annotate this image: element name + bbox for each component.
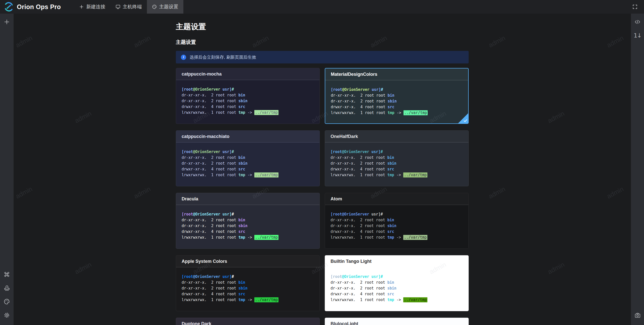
terminal-line: lrwxrwxrwx. 1 root root tmp -> ../var/tm… (331, 110, 463, 116)
left-sidebar (0, 14, 14, 325)
theme-card-header: BlulocoLight (325, 318, 468, 325)
terminal-line: dr-xr-xr-x. 2 root root sbin (182, 223, 314, 229)
tab-host-terminal[interactable]: 主机终端 (110, 0, 147, 14)
theme-card-header: Builtin Tango Light (325, 256, 468, 267)
theme-grid: catppuccin-mocha [root@OrionServer usr]#… (176, 68, 469, 325)
theme-card-header: OneHalfDark (325, 131, 468, 142)
camera-icon[interactable] (632, 309, 643, 321)
section-title: 主题设置 (176, 39, 469, 45)
theme-card[interactable]: Duotone Dark [root@OrionServer usr]#dr-x… (176, 318, 320, 325)
terminal-line: drwxr-xr-x. 4 root root src (331, 104, 463, 110)
terminal-line: dr-xr-xr-x. 2 root root bin (331, 155, 463, 161)
theme-card-header: Apple System Colors (176, 256, 319, 267)
terminal-line: dr-xr-xr-x. 2 root root bin (182, 280, 314, 285)
terminal-line: dr-xr-xr-x. 2 root root bin (182, 155, 314, 161)
terminal-prompt-line: [root@OrionServer usr]# (182, 87, 314, 92)
theme-card[interactable]: MaterialDesignColors [root@OrionServer u… (325, 68, 469, 124)
terminal-prompt-line: [root@OrionServer usr]# (331, 149, 463, 155)
theme-card[interactable]: catppuccin-macchiato [root@OrionServer u… (176, 130, 320, 186)
fullscreen-icon[interactable] (630, 2, 640, 12)
terminal-line: lrwxrwxrwx. 1 root root tmp -> ../var/tm… (331, 235, 463, 240)
banner-text: 选择后会立刻保存, 刷新页面后生效 (190, 54, 256, 60)
terminal-line: dr-xr-xr-x. 2 root root sbin (182, 98, 314, 104)
theme-name: Dracula (182, 196, 198, 202)
theme-name: Apple System Colors (182, 259, 227, 264)
terminal-prompt-line: [root@OrionServer usr]# (182, 274, 314, 280)
terminal-prompt-line: [root@OrionServer usr]# (182, 211, 314, 217)
tab-new-connection[interactable]: 新建连接 (74, 0, 110, 14)
terminal-line: dr-xr-xr-x. 2 root root sbin (182, 285, 314, 291)
terminal-line: dr-xr-xr-x. 2 root root bin (331, 93, 463, 98)
terminal-line: drwxr-xr-x. 4 root root src (331, 229, 463, 235)
terminal-line: lrwxrwxrwx. 1 root root tmp -> ../var/tm… (182, 297, 314, 303)
terminal-prompt-line: [root@OrionServer usr]# (331, 87, 463, 93)
tab-label: 新建连接 (86, 4, 105, 10)
terminal-line: dr-xr-xr-x. 2 root root bin (182, 217, 314, 223)
terminal-line: lrwxrwxrwx. 1 root root tmp -> ../var/tm… (331, 172, 463, 178)
tab-theme-settings[interactable]: 主题设置 (147, 0, 183, 14)
terminal-line: drwxr-xr-x. 4 root root src (182, 229, 314, 235)
brand[interactable]: Orion Ops Pro (0, 0, 65, 14)
nav-tabs: 新建连接 主机终端 主题设置 (74, 0, 183, 14)
theme-name: catppuccin-mocha (182, 71, 222, 77)
brand-title: Orion Ops Pro (17, 3, 61, 11)
stamp-icon[interactable] (2, 282, 12, 294)
terminal-line: dr-xr-xr-x. 2 root root bin (331, 217, 463, 223)
theme-name: OneHalfDark (331, 134, 358, 139)
code-icon[interactable] (632, 16, 643, 28)
theme-card[interactable]: Apple System Colors [root@OrionServer us… (176, 255, 320, 311)
theme-card[interactable]: Atom [root@OrionServer usr]#dr-xr-xr-x. … (325, 193, 469, 249)
terminal-prompt-line: [root@OrionServer usr]# (331, 211, 463, 217)
theme-name: BlulocoLight (331, 321, 358, 325)
terminal-line: lrwxrwxrwx. 1 root root tmp -> ../var/tm… (182, 235, 314, 240)
app-logo-icon (4, 2, 14, 12)
theme-name: catppuccin-macchiato (182, 134, 229, 139)
navbar: Orion Ops Pro 新建连接 主机终端 (0, 0, 644, 14)
theme-card[interactable]: Builtin Tango Light [root@OrionServer us… (325, 255, 469, 311)
theme-card-header: Dracula (176, 193, 319, 205)
theme-card-header: Duotone Dark (176, 318, 319, 325)
theme-card[interactable]: OneHalfDark [root@OrionServer usr]#dr-xr… (325, 130, 469, 186)
terminal-preview: [root@OrionServer usr]#dr-xr-xr-x. 2 roo… (325, 142, 468, 185)
check-icon (463, 118, 468, 123)
theme-name: Duotone Dark (182, 321, 211, 325)
palette-icon[interactable] (2, 296, 12, 307)
command-icon[interactable] (2, 269, 12, 280)
terminal-line: drwxr-xr-x. 4 root root src (182, 104, 314, 110)
theme-name: Atom (331, 196, 342, 202)
terminal-line: dr-xr-xr-x. 2 root root sbin (331, 98, 463, 104)
numeric-sort-icon[interactable]: 1↓ (632, 30, 643, 41)
theme-card-header: catppuccin-mocha (176, 68, 319, 80)
terminal-line: lrwxrwxrwx. 1 root root tmp -> ../var/tm… (182, 172, 314, 178)
terminal-line: drwxr-xr-x. 4 root root src (182, 166, 314, 172)
terminal-line: dr-xr-xr-x. 2 root root sbin (331, 161, 463, 166)
main-content: 主题设置 主题设置 i 选择后会立刻保存, 刷新页面后生效 catppuccin… (14, 14, 631, 325)
add-connection-icon[interactable] (2, 16, 12, 28)
terminal-line: dr-xr-xr-x. 2 root root bin (182, 92, 314, 98)
plus-icon (79, 4, 84, 9)
tab-label: 主题设置 (159, 4, 178, 10)
info-banner: i 选择后会立刻保存, 刷新页面后生效 (176, 51, 469, 63)
info-icon: i (181, 55, 186, 60)
theme-name: MaterialDesignColors (331, 72, 377, 77)
monitor-icon (115, 4, 120, 9)
terminal-line: dr-xr-xr-x. 2 root root sbin (331, 285, 463, 291)
terminal-line: dr-xr-xr-x. 2 root root sbin (331, 223, 463, 229)
terminal-line: drwxr-xr-x. 4 root root src (331, 166, 463, 172)
tab-label: 主机终端 (123, 4, 142, 10)
terminal-line: lrwxrwxrwx. 1 root root tmp -> ../var/tm… (331, 297, 463, 303)
gear-icon[interactable] (2, 309, 12, 321)
theme-card[interactable]: catppuccin-mocha [root@OrionServer usr]#… (176, 68, 320, 124)
theme-name: Builtin Tango Light (331, 259, 372, 264)
theme-card[interactable]: Dracula [root@OrionServer usr]#dr-xr-xr-… (176, 193, 320, 249)
terminal-preview: [root@OrionServer usr]#dr-xr-xr-x. 2 roo… (176, 205, 319, 247)
terminal-preview: [root@OrionServer usr]#dr-xr-xr-x. 2 roo… (176, 80, 319, 122)
terminal-line: lrwxrwxrwx. 1 root root tmp -> ../var/tm… (182, 110, 314, 116)
theme-card-header: Atom (325, 193, 468, 205)
theme-card[interactable]: BlulocoLight [root@OrionServer usr]#dr-x… (325, 318, 469, 325)
terminal-preview: [root@OrionServer usr]#dr-xr-xr-x. 2 roo… (325, 205, 468, 247)
terminal-prompt-line: [root@OrionServer usr]# (331, 274, 463, 280)
palette-icon (152, 4, 157, 9)
terminal-line: dr-xr-xr-x. 2 root root sbin (182, 161, 314, 166)
terminal-line: dr-xr-xr-x. 2 root root bin (331, 280, 463, 285)
